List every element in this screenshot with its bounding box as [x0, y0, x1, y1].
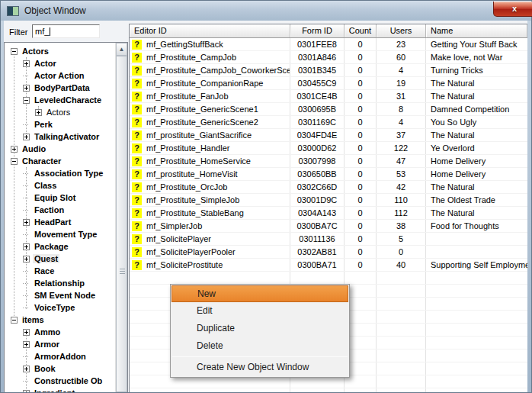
- cell-users: 110: [377, 194, 426, 206]
- table-row[interactable]: ?mf_SolicitePlayer0301113605: [130, 233, 527, 246]
- table-row[interactable]: ?mf_GettingStuffBack0301FEE8023Getting Y…: [130, 38, 527, 51]
- table-row[interactable]: ?mf_Prostitute_CampJob0301A846060Make lo…: [130, 51, 527, 64]
- tree-item-items[interactable]: items: [5, 314, 115, 326]
- table-row[interactable]: ?mf_Prostitute_SimpleJob03001D9C0110The …: [130, 194, 527, 207]
- tree-item-label: LeveledCharacte: [33, 95, 103, 105]
- column-header-editor-id[interactable]: Editor ID: [130, 24, 290, 37]
- tree-item-equip-slot[interactable]: Equip Slot: [5, 192, 115, 204]
- tree-item-actor-action[interactable]: Actor Action: [5, 69, 115, 82]
- cell-users: 122: [377, 142, 426, 154]
- filter-input[interactable]: mf_: [32, 24, 100, 38]
- tree-item-faction[interactable]: Faction: [5, 204, 115, 216]
- tree-item-armor[interactable]: Armor: [5, 338, 115, 350]
- tree-item-actors[interactable]: Actors: [5, 106, 115, 118]
- tree-item-label: Character: [21, 156, 62, 166]
- tree-scrollbar[interactable]: ▲: [115, 43, 127, 392]
- cell-users: 4: [377, 64, 426, 76]
- column-header-count[interactable]: Count: [345, 24, 377, 37]
- tree-item-armoraddon[interactable]: ArmorAddon: [5, 350, 115, 362]
- cell-count: 0: [345, 103, 377, 115]
- table-row[interactable]: ?mf_Prostitute_OrcJob0302C66D042The Natu…: [130, 181, 527, 194]
- menu-item-duplicate[interactable]: Duplicate: [171, 320, 348, 337]
- tree-item-association-type[interactable]: Association Type: [5, 167, 115, 179]
- collapse-icon[interactable]: [11, 48, 18, 55]
- scroll-up-arrow-icon[interactable]: ▲: [116, 43, 127, 56]
- expand-icon[interactable]: [23, 341, 30, 348]
- tree-view: ActorsActorActor ActionBodyPartDataLevel…: [4, 42, 128, 392]
- cell-name: Supporting Self Employme: [426, 259, 527, 271]
- cell-users: [377, 362, 426, 375]
- table-row[interactable]: ?mf_prostitute_GiantSacrifice0304FD4E037…: [130, 129, 527, 142]
- tree-item-ingredient[interactable]: Ingredient: [5, 387, 115, 392]
- table-row[interactable]: ?mf_Prostitute_StableBang0304A1430112The…: [130, 207, 527, 220]
- tree-item-headpart[interactable]: HeadPart: [5, 216, 115, 228]
- cell-count: 0: [345, 38, 377, 50]
- tree-item-bodypartdata[interactable]: BodyPartData: [5, 82, 115, 94]
- menu-item-edit[interactable]: Edit: [171, 302, 348, 320]
- tree-item-actor[interactable]: Actor: [5, 57, 115, 69]
- column-header-name[interactable]: Name: [426, 24, 527, 37]
- table-row[interactable]: ?mf_Prostitute_GenericScene20301169C04Yo…: [130, 116, 527, 129]
- column-header-form-id[interactable]: Form ID: [290, 24, 345, 37]
- tree-item-book[interactable]: Book: [5, 362, 115, 375]
- scrollbar-thumb[interactable]: [116, 56, 127, 392]
- tree-item-label: Actor Action: [33, 71, 86, 80]
- expand-icon[interactable]: [35, 109, 42, 116]
- expand-icon[interactable]: [23, 256, 30, 263]
- collapse-icon[interactable]: [23, 97, 30, 104]
- expand-icon[interactable]: [23, 243, 30, 250]
- tree-item-character[interactable]: Character: [5, 155, 115, 167]
- expand-icon[interactable]: [23, 134, 30, 140]
- menu-item-new[interactable]: New: [171, 285, 348, 302]
- cell-name: Home Delivery: [426, 168, 527, 180]
- tree-item-relationship[interactable]: Relationship: [5, 277, 115, 289]
- menu-item-create-new-object-window[interactable]: Create New Object Window: [171, 359, 348, 376]
- expand-icon[interactable]: [23, 219, 30, 226]
- tree-item-leveledcharacte[interactable]: LeveledCharacte: [5, 94, 115, 106]
- tree-item-label: Equip Slot: [33, 193, 77, 202]
- cell-name: Home Delivery: [426, 155, 527, 167]
- tree-item-perk[interactable]: Perk: [5, 118, 115, 130]
- tree-item-label: Faction: [33, 205, 66, 214]
- tree-item-talkingactivator[interactable]: TalkingActivator: [5, 130, 115, 143]
- close-button[interactable]: x: [493, 2, 532, 17]
- tree-item-package[interactable]: Package: [5, 240, 115, 253]
- tree-item-actors[interactable]: Actors: [5, 45, 115, 57]
- tree-item-sm-event-node[interactable]: SM Event Node: [5, 289, 115, 301]
- column-header-users[interactable]: Users: [377, 24, 426, 37]
- table-row[interactable]: ?mf_SoliciteProstitute0300BA71040Support…: [130, 259, 527, 272]
- table-row[interactable]: ?mf_SolicitePlayerPooler0302AB8100: [130, 246, 527, 259]
- table-row[interactable]: ?mf_Prostitute_GenericScene10300695B08Da…: [130, 103, 527, 116]
- table-row[interactable]: ?mf_Prostitute_CompanionRape030455C9019T…: [130, 77, 527, 90]
- cell-count: 0: [345, 233, 377, 245]
- expand-icon[interactable]: [23, 329, 30, 336]
- expand-icon[interactable]: [11, 146, 18, 153]
- table-row[interactable]: ?mf_prostitute_HomeVisit030650BB053Home …: [130, 168, 527, 181]
- cell-name: [426, 233, 527, 245]
- collapse-icon[interactable]: [11, 158, 18, 165]
- tree-item-voicetype[interactable]: VoiceType: [5, 301, 115, 314]
- cell-name: Damned Competition: [426, 103, 527, 115]
- expand-icon[interactable]: [23, 390, 30, 393]
- menu-item-delete[interactable]: Delete: [171, 337, 348, 355]
- expand-icon[interactable]: [23, 366, 30, 372]
- tree-item-quest[interactable]: Quest: [5, 253, 115, 265]
- table-row[interactable]: ?mf_Prostitute_FanJob0301CE4B031The Natu…: [130, 90, 527, 103]
- tree-item-movement-type[interactable]: Movement Type: [5, 228, 115, 240]
- table-row[interactable]: ?mf_Prostitute_CampJob_CoworkerSce...030…: [130, 64, 527, 77]
- table-row[interactable]: ?mf_Prostitute_HomeService03007998047Hom…: [130, 155, 527, 168]
- table-row[interactable]: ?mf_Prostitute_Handler03000D620122Ye Ove…: [130, 142, 527, 155]
- tree-item-constructible-ob[interactable]: Constructible Ob: [5, 375, 115, 387]
- cell-editor: ?mf_Prostitute_FanJob: [130, 90, 290, 102]
- tree-item-class[interactable]: Class: [5, 179, 115, 192]
- tree-item-audio[interactable]: Audio: [5, 143, 115, 155]
- tree-item-race[interactable]: Race: [5, 265, 115, 277]
- window-icon-left: [8, 7, 13, 15]
- expand-icon[interactable]: [23, 85, 30, 92]
- table-row[interactable]: ?mf_SimplerJob0300BA7C038Food for Though…: [130, 220, 527, 233]
- tree-item-ammo[interactable]: Ammo: [5, 326, 115, 338]
- cell-users: 37: [377, 129, 426, 141]
- expand-icon[interactable]: [23, 60, 30, 67]
- collapse-icon[interactable]: [11, 317, 18, 324]
- cell-editor: ?mf_Prostitute_Handler: [130, 142, 290, 154]
